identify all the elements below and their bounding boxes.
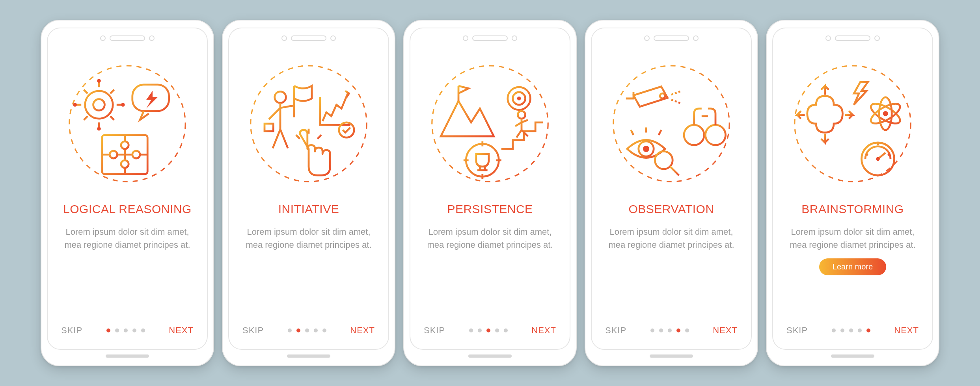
svg-point-29 [655, 151, 673, 169]
observation-illustration [608, 61, 734, 187]
nav-row: SKIP NEXT [784, 325, 921, 340]
growth-chart-icon [320, 91, 354, 137]
pagination-dots [832, 328, 870, 332]
camera-dot-icon [825, 35, 831, 41]
page-dot-1[interactable] [288, 328, 292, 332]
svg-point-20 [517, 96, 521, 100]
skip-button[interactable]: SKIP [786, 325, 808, 336]
svg-point-26 [705, 125, 725, 145]
nav-row: SKIP NEXT [421, 325, 559, 340]
page-dot-4[interactable] [676, 328, 680, 332]
speaker-pill-icon [291, 35, 326, 41]
svg-point-17 [432, 66, 548, 182]
page-dot-5[interactable] [504, 328, 508, 332]
screen-description: Lorem ipsum dolor sit dim amet, mea regi… [604, 225, 738, 251]
skip-button[interactable]: SKIP [242, 325, 264, 336]
page-dot-4[interactable] [858, 328, 862, 332]
svg-point-1 [85, 91, 113, 119]
screen-description: Lorem ipsum dolor sit dim amet, mea regi… [60, 225, 194, 251]
page-dot-3[interactable] [668, 328, 672, 332]
pagination-dots [288, 328, 326, 332]
page-dot-2[interactable] [840, 328, 844, 332]
notch-decor [825, 35, 880, 41]
next-button[interactable]: NEXT [169, 325, 194, 336]
next-button[interactable]: NEXT [531, 325, 556, 336]
svg-point-25 [684, 125, 704, 145]
page-dot-5[interactable] [322, 328, 326, 332]
page-dot-4[interactable] [132, 328, 136, 332]
svg-point-21 [518, 111, 525, 119]
skip-button[interactable]: SKIP [424, 325, 445, 336]
home-indicator [650, 354, 693, 358]
sensor-dot-icon [330, 35, 336, 41]
svg-point-3 [73, 103, 77, 107]
puzzle-icon [102, 135, 147, 174]
svg-point-36 [876, 157, 880, 161]
page-dot-2[interactable] [296, 328, 300, 332]
speaker-pill-icon [110, 35, 145, 41]
sensor-dot-icon [874, 35, 880, 41]
page-dot-3[interactable] [849, 328, 853, 332]
page-dot-2[interactable] [115, 328, 119, 332]
person-flag-icon [265, 86, 312, 148]
svg-point-34 [883, 111, 888, 116]
screen-title: Initiative [278, 202, 339, 216]
pagination-dots [106, 328, 145, 332]
screen-description: Lorem ipsum dolor sit dim amet, mea regi… [423, 225, 557, 251]
gear-icon [73, 79, 125, 130]
lightning-bubble-icon [132, 85, 169, 120]
nav-row: SKIP NEXT [59, 325, 196, 340]
page-dot-5[interactable] [141, 328, 145, 332]
speaker-pill-icon [472, 35, 508, 41]
svg-rect-15 [265, 124, 273, 131]
page-dot-5[interactable] [866, 328, 870, 332]
camera-dot-icon [463, 35, 468, 41]
eye-magnifier-icon [627, 128, 679, 176]
page-dot-4[interactable] [314, 328, 318, 332]
cctv-camera-icon [626, 87, 682, 107]
page-dot-3[interactable] [305, 328, 309, 332]
page-dot-3[interactable] [486, 328, 490, 332]
svg-point-22 [466, 144, 499, 176]
page-dot-5[interactable] [685, 328, 689, 332]
camera-dot-icon [644, 35, 650, 41]
sensor-dot-icon [512, 35, 517, 41]
nav-row: SKIP NEXT [240, 325, 377, 340]
phones-row: Logical reasoning Lorem ipsum dolor sit … [41, 20, 939, 366]
logical-reasoning-illustration [64, 61, 190, 187]
page-dot-1[interactable] [469, 328, 473, 332]
screen-1: Logical reasoning Lorem ipsum dolor sit … [47, 28, 208, 350]
notch-decor [281, 35, 336, 41]
sensor-dot-icon [693, 35, 699, 41]
next-button[interactable]: NEXT [894, 325, 919, 336]
atom-icon [868, 97, 903, 130]
page-dot-2[interactable] [659, 328, 663, 332]
brainstorming-illustration [790, 61, 916, 187]
page-dot-1[interactable] [106, 328, 110, 332]
brain-arrows-icon [797, 86, 853, 143]
home-indicator [287, 354, 330, 358]
svg-point-4 [121, 103, 125, 107]
screen-title: Logical reasoning [63, 202, 192, 216]
sensor-dot-icon [149, 35, 155, 41]
svg-point-5 [97, 79, 101, 83]
notch-decor [100, 35, 155, 41]
screen-2: Initiative Lorem ipsum dolor sit dim ame… [228, 28, 389, 350]
next-button[interactable]: NEXT [350, 325, 375, 336]
home-indicator [106, 354, 149, 358]
learn-more-button[interactable]: Learn more [819, 258, 886, 275]
mountain-flag-icon [441, 86, 494, 136]
next-button[interactable]: NEXT [713, 325, 738, 336]
skip-button[interactable]: SKIP [605, 325, 626, 336]
initiative-illustration [246, 61, 372, 187]
page-dot-1[interactable] [650, 328, 654, 332]
page-dot-2[interactable] [478, 328, 482, 332]
phone-frame-3: Persistence Lorem ipsum dolor sit dim am… [403, 20, 577, 366]
stairs-person-icon [501, 111, 543, 149]
speaker-pill-icon [654, 35, 689, 41]
page-dot-3[interactable] [124, 328, 128, 332]
target-icon [508, 87, 531, 110]
page-dot-4[interactable] [495, 328, 499, 332]
page-dot-1[interactable] [832, 328, 836, 332]
skip-button[interactable]: SKIP [61, 325, 82, 336]
